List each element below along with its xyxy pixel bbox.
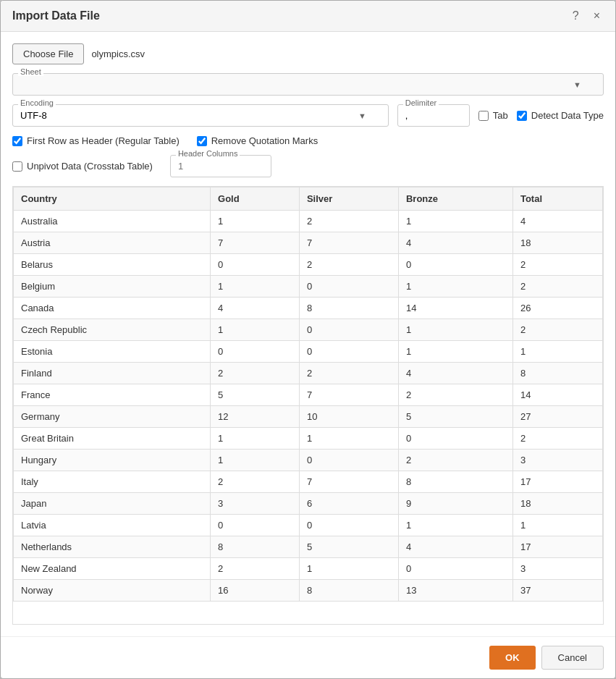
table-cell: 1 xyxy=(211,450,300,471)
unpivot-row: Unpivot Data (Crosstab Table) Header Col… xyxy=(12,155,604,177)
table-cell: 1 xyxy=(512,515,602,536)
table-cell: Japan xyxy=(14,493,211,515)
col-header-country: Country xyxy=(14,187,211,211)
table-cell: 8 xyxy=(512,363,602,384)
table-cell: 10 xyxy=(299,406,398,428)
tab-checkbox[interactable] xyxy=(478,111,489,121)
table-row: Finland2248 xyxy=(14,363,603,384)
table-cell: 2 xyxy=(211,363,300,384)
table-cell: 1 xyxy=(211,428,300,450)
sheet-wrapper: Sheet ▼ xyxy=(12,73,604,96)
table-cell: 0 xyxy=(299,341,398,363)
header-columns-input[interactable] xyxy=(170,155,271,177)
table-cell: 37 xyxy=(512,580,602,602)
table-cell: 2 xyxy=(211,558,300,580)
tab-checkbox-label[interactable]: Tab xyxy=(478,110,508,121)
first-row-header-label[interactable]: First Row as Header (Regular Table) xyxy=(12,135,180,146)
encoding-delimiter-row: Encoding UTF-8 UTF-16 ISO-8859-1 ASCII ▼… xyxy=(12,104,604,127)
close-button[interactable]: × xyxy=(590,8,604,24)
table-cell: 16 xyxy=(211,580,300,602)
cancel-button[interactable]: Cancel xyxy=(541,646,604,670)
delimiter-label: Delimiter xyxy=(403,98,439,107)
choose-file-button[interactable]: Choose File xyxy=(12,43,84,64)
table-cell: 2 xyxy=(512,319,602,341)
table-cell: 2 xyxy=(398,450,512,471)
table-cell: New Zealand xyxy=(14,558,211,580)
col-header-total: Total xyxy=(512,187,602,211)
data-table: Country Gold Silver Bronze Total Austral… xyxy=(13,187,603,602)
encoding-field: UTF-8 UTF-16 ISO-8859-1 ASCII ▼ xyxy=(12,104,389,127)
table-cell: 8 xyxy=(299,298,398,319)
table-cell: 0 xyxy=(398,254,512,276)
table-cell: 1 xyxy=(211,319,300,341)
table-cell: 4 xyxy=(398,536,512,558)
header-columns-group: Header Columns xyxy=(170,155,271,177)
encoding-group: Encoding UTF-8 UTF-16 ISO-8859-1 ASCII ▼ xyxy=(12,104,389,127)
encoding-select[interactable]: UTF-8 UTF-16 ISO-8859-1 ASCII xyxy=(20,110,358,121)
table-cell: 2 xyxy=(512,276,602,298)
detect-data-type-checkbox[interactable] xyxy=(517,111,527,121)
ok-button[interactable]: OK xyxy=(489,646,536,670)
table-row: Latvia0011 xyxy=(14,515,603,536)
col-header-bronze: Bronze xyxy=(398,187,512,211)
encoding-label: Encoding xyxy=(18,98,56,107)
table-cell: 0 xyxy=(299,515,398,536)
table-cell: 2 xyxy=(211,471,300,493)
table-cell: 3 xyxy=(512,558,602,580)
table-cell: 1 xyxy=(211,211,300,232)
table-cell: 7 xyxy=(299,384,398,406)
table-cell: 0 xyxy=(211,515,300,536)
table-cell: 2 xyxy=(299,211,398,232)
table-cell: 14 xyxy=(398,298,512,319)
table-cell: 13 xyxy=(398,580,512,602)
table-cell: 1 xyxy=(398,211,512,232)
table-cell: 0 xyxy=(299,450,398,471)
table-cell: 7 xyxy=(299,232,398,254)
first-row-row: First Row as Header (Regular Table) Remo… xyxy=(12,135,604,146)
table-cell: 18 xyxy=(512,493,602,515)
table-cell: 5 xyxy=(398,406,512,428)
table-cell: 1 xyxy=(299,558,398,580)
help-button[interactable]: ? xyxy=(569,8,583,24)
first-row-header-text: First Row as Header (Regular Table) xyxy=(27,135,180,146)
table-cell: 27 xyxy=(512,406,602,428)
title-icons: ? × xyxy=(569,8,604,24)
table-cell: 0 xyxy=(299,319,398,341)
table-cell: Canada xyxy=(14,298,211,319)
table-cell: Norway xyxy=(14,580,211,602)
table-cell: 2 xyxy=(299,254,398,276)
table-cell: 6 xyxy=(299,493,398,515)
table-cell: 12 xyxy=(211,406,300,428)
sheet-select[interactable] xyxy=(20,79,573,90)
detect-data-type-text: Detect Data Type xyxy=(531,110,604,121)
table-cell: 2 xyxy=(512,428,602,450)
first-row-header-checkbox[interactable] xyxy=(12,136,22,146)
table-cell: 3 xyxy=(512,450,602,471)
table-cell: 1 xyxy=(512,341,602,363)
table-cell: 0 xyxy=(211,341,300,363)
remove-quotes-checkbox[interactable] xyxy=(197,136,207,146)
table-cell: Latvia xyxy=(14,515,211,536)
table-row: Austria77418 xyxy=(14,232,603,254)
table-row: Netherlands85417 xyxy=(14,536,603,558)
table-cell: 1 xyxy=(398,319,512,341)
table-cell: 8 xyxy=(211,536,300,558)
header-columns-label: Header Columns xyxy=(176,149,240,158)
sheet-field: ▼ xyxy=(12,73,604,96)
remove-quotes-label[interactable]: Remove Quotation Marks xyxy=(197,135,318,146)
dialog-footer: OK Cancel xyxy=(1,636,615,678)
table-cell: 7 xyxy=(211,232,300,254)
delimiter-input[interactable] xyxy=(397,104,470,127)
table-row: Hungary1023 xyxy=(14,450,603,471)
table-cell: Finland xyxy=(14,363,211,384)
table-cell: 17 xyxy=(512,536,602,558)
table-cell: 2 xyxy=(398,384,512,406)
table-cell: 5 xyxy=(299,536,398,558)
unpivot-label[interactable]: Unpivot Data (Crosstab Table) xyxy=(12,161,153,172)
table-row: Estonia0011 xyxy=(14,341,603,363)
table-cell: Czech Republic xyxy=(14,319,211,341)
table-cell: 0 xyxy=(398,558,512,580)
table-cell: 4 xyxy=(398,232,512,254)
unpivot-checkbox[interactable] xyxy=(12,161,22,172)
detect-data-type-label[interactable]: Detect Data Type xyxy=(517,110,604,121)
